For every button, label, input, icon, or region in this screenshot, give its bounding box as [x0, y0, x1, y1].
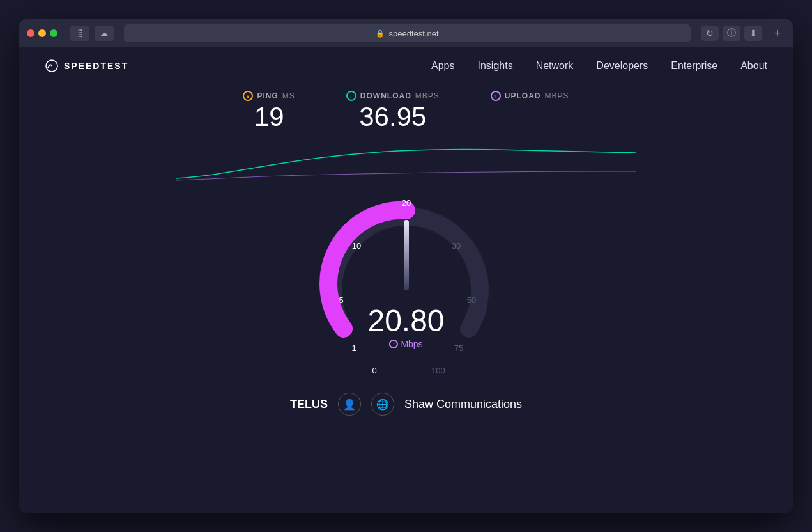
info-button[interactable]: ⓘ [723, 26, 740, 41]
download-stat: ↓ DOWNLOAD Mbps 36.95 [346, 91, 440, 130]
upload-stat: ↑ UPLOAD Mbps [491, 91, 569, 130]
gauge-container: 20 10 5 1 0 30 50 75 [310, 188, 502, 380]
address-bar[interactable]: 🔒 speedtest.net [124, 24, 691, 42]
svg-text:100: 100 [431, 366, 445, 375]
new-tab-button[interactable]: + [770, 26, 785, 41]
traffic-lights [27, 29, 57, 37]
svg-text:30: 30 [451, 241, 460, 251]
cloud-button[interactable]: ☁ [95, 26, 114, 41]
ping-stat: $ PING ms 19 [243, 91, 295, 130]
app-content: SPEEDTEST Apps Insights Network Develope… [19, 47, 793, 513]
speed-chart [176, 143, 636, 182]
upload-icon: ↑ [491, 91, 501, 101]
svg-text:0: 0 [372, 366, 376, 375]
refresh-icon: ↻ [706, 28, 714, 38]
minimize-button[interactable] [38, 29, 46, 37]
download-value: 36.95 [346, 104, 440, 130]
download-label: ↓ DOWNLOAD Mbps [346, 91, 440, 101]
ping-value: 19 [243, 104, 295, 130]
stats-row: $ PING ms 19 ↓ DOWNLOAD Mbps 36.95 [243, 91, 569, 130]
navigation: SPEEDTEST Apps Insights Network Develope… [19, 47, 793, 84]
cloud-icon: ☁ [100, 29, 108, 38]
logo-text: SPEEDTEST [64, 61, 128, 71]
isp-row: TELUS 👤 🌐 Shaw Communications [290, 393, 522, 416]
download-icon: ⬇ [749, 28, 757, 38]
upload-label: ↑ UPLOAD Mbps [491, 91, 569, 101]
gauge-unit: Mbps [401, 339, 422, 349]
refresh-button[interactable]: ↻ [701, 26, 719, 41]
globe-icon: 🌐 [376, 398, 389, 411]
main-content: $ PING ms 19 ↓ DOWNLOAD Mbps 36.95 [19, 84, 793, 513]
lock-icon: 🔒 [376, 29, 385, 38]
url-text: speedtest.net [388, 29, 438, 38]
nav-network[interactable]: Network [536, 60, 574, 72]
ping-icon: $ [243, 91, 253, 101]
plus-icon: + [774, 27, 781, 40]
close-button[interactable] [27, 29, 34, 37]
logo[interactable]: SPEEDTEST [45, 59, 128, 73]
svg-text:1: 1 [351, 343, 356, 353]
toolbar-icons: ⣿ ☁ [70, 26, 114, 41]
isp-person-icon: 👤 [338, 393, 361, 416]
nav-apps[interactable]: Apps [431, 60, 454, 72]
gauge-upload-icon: ↑ [389, 340, 398, 348]
nav-developers[interactable]: Developers [596, 60, 648, 72]
download-button[interactable]: ⬇ [744, 26, 762, 41]
browser-window: ⣿ ☁ 🔒 speedtest.net ↻ ⓘ ⬇ + [19, 19, 793, 513]
download-icon: ↓ [346, 91, 356, 101]
nav-links: Apps Insights Network Developers Enterpr… [431, 60, 767, 72]
info-icon: ⓘ [727, 27, 736, 39]
svg-text:75: 75 [454, 343, 463, 353]
nav-buttons: ↻ ⓘ ⬇ [701, 26, 762, 41]
svg-text:20: 20 [401, 198, 410, 208]
gauge-svg: 20 10 5 1 0 30 50 75 [310, 188, 502, 380]
server-provider: Shaw Communications [404, 398, 522, 411]
gauge-current-speed: 20.80 [367, 306, 444, 336]
sidebar-toggle-button[interactable]: ⣿ [70, 26, 89, 41]
gauge-center-value: 20.80 ↑ Mbps [367, 306, 444, 349]
nav-insights[interactable]: Insights [478, 60, 513, 72]
sidebar-icon: ⣿ [77, 29, 83, 38]
ping-label: $ PING ms [243, 91, 295, 101]
speedtest-logo-icon [45, 59, 59, 73]
nav-about[interactable]: About [740, 60, 767, 72]
gauge-unit-row: ↑ Mbps [367, 339, 444, 349]
gauge-needle [404, 220, 409, 290]
svg-text:10: 10 [351, 241, 360, 251]
svg-text:50: 50 [466, 295, 475, 305]
maximize-button[interactable] [50, 29, 57, 37]
title-bar: ⣿ ☁ 🔒 speedtest.net ↻ ⓘ ⬇ + [19, 19, 793, 47]
svg-text:5: 5 [339, 295, 343, 305]
isp-provider: TELUS [290, 398, 328, 411]
person-icon: 👤 [343, 398, 356, 411]
nav-enterprise[interactable]: Enterprise [671, 60, 717, 72]
server-globe-icon: 🌐 [371, 393, 394, 416]
